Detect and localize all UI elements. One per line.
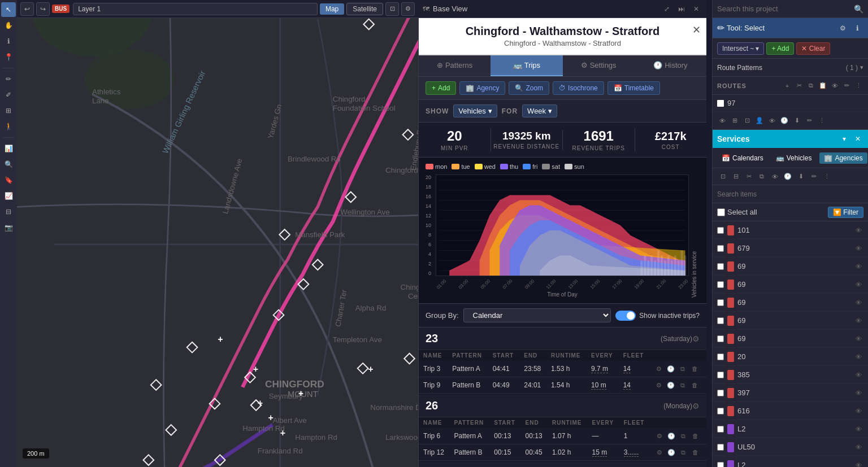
- layers-btn[interactable]: ⊞: [1, 103, 16, 118]
- cal-settings-26-btn[interactable]: ⚙: [692, 401, 700, 411]
- route-edit2-btn[interactable]: ✏: [804, 116, 814, 126]
- route-btn[interactable]: 🚶: [1, 119, 16, 134]
- trip-history-btn[interactable]: 🕐: [666, 364, 676, 374]
- svc-pencil-btn[interactable]: ✏: [808, 171, 819, 182]
- service-visibility-btn[interactable]: 👁: [853, 442, 863, 452]
- svc-copy-btn[interactable]: ⧉: [756, 171, 767, 182]
- svc-clock-btn[interactable]: 🕐: [782, 171, 793, 182]
- route-view-btn[interactable]: 👁: [717, 116, 727, 126]
- route-more2-btn[interactable]: ⋮: [817, 116, 827, 126]
- tab-calendars[interactable]: 📅 Calendars: [717, 152, 768, 164]
- service-visibility-btn[interactable]: 👁: [853, 388, 863, 398]
- search-input[interactable]: [717, 5, 850, 13]
- svc-eye-btn[interactable]: 👁: [769, 171, 780, 182]
- inactive-trips-toggle[interactable]: [615, 311, 636, 321]
- search-icon[interactable]: 🔍: [854, 5, 863, 14]
- route-copy-btn[interactable]: ⧉: [806, 81, 816, 91]
- timetable-btn[interactable]: 📅 Timetable: [607, 81, 660, 95]
- service-checkbox[interactable]: [717, 390, 724, 396]
- edit-btn[interactable]: ✏: [1, 72, 16, 86]
- trip-copy-btn[interactable]: ⧉: [678, 431, 688, 441]
- trip-history-btn[interactable]: 🕐: [666, 380, 676, 390]
- service-visibility-btn[interactable]: 👁: [853, 370, 863, 380]
- service-visibility-btn[interactable]: 👁: [853, 243, 863, 254]
- zoom-btn[interactable]: 🔍 Zoom: [509, 81, 549, 95]
- panel-close-btn[interactable]: ✕: [692, 24, 701, 36]
- chart-btn[interactable]: 📈: [1, 189, 16, 203]
- service-visibility-btn[interactable]: 👁: [853, 280, 863, 290]
- service-checkbox[interactable]: [717, 426, 724, 433]
- svc-download-btn[interactable]: ⬇: [795, 171, 806, 182]
- calendar-header-23[interactable]: 23 (Saturday) ⚙: [419, 328, 706, 350]
- service-checkbox[interactable]: [717, 408, 724, 414]
- tool-info-btn[interactable]: ℹ: [851, 22, 863, 34]
- close-view-btn[interactable]: ✕: [691, 3, 702, 15]
- trip-settings-btn[interactable]: ⚙: [654, 447, 665, 457]
- service-checkbox[interactable]: [717, 372, 724, 378]
- tab-history[interactable]: 🕐 History: [635, 55, 706, 76]
- location-btn[interactable]: 📍: [1, 50, 16, 64]
- service-checkbox[interactable]: [717, 353, 724, 360]
- undo-btn[interactable]: ↩: [20, 2, 34, 16]
- trip-settings-btn[interactable]: ⚙: [654, 380, 664, 390]
- service-checkbox[interactable]: [717, 317, 724, 324]
- tab-vehicles[interactable]: 🚌 Vehicles: [771, 152, 817, 164]
- route-cut-btn[interactable]: ✂: [794, 81, 804, 91]
- calendar-header-44[interactable]: 44 (Weekdays) ⚙: [419, 462, 706, 467]
- map-settings-btn[interactable]: ⚙: [401, 2, 415, 16]
- intersect-dropdown[interactable]: Intersect ~ ▾: [717, 42, 764, 55]
- service-visibility-btn[interactable]: 👁: [853, 298, 863, 308]
- route-more-btn[interactable]: ⋮: [853, 81, 863, 91]
- redo-btn[interactable]: ↪: [36, 2, 50, 16]
- trip-delete-btn[interactable]: 🗑: [690, 447, 700, 457]
- route-layers-btn[interactable]: ⊞: [730, 116, 740, 126]
- service-checkbox[interactable]: [717, 245, 724, 252]
- service-checkbox[interactable]: [717, 281, 724, 288]
- calendar-header-26[interactable]: 26 (Monday) ⚙: [419, 395, 706, 417]
- service-visibility-btn[interactable]: 👁: [853, 334, 863, 344]
- service-visibility-btn[interactable]: 👁: [853, 424, 863, 434]
- trip-settings-btn[interactable]: ⚙: [654, 364, 664, 374]
- expand-view-btn[interactable]: ⤢: [661, 3, 672, 15]
- trip-copy-btn[interactable]: ⧉: [678, 364, 688, 374]
- satellite-view-btn[interactable]: Satellite: [346, 3, 383, 15]
- tab-patterns[interactable]: ⊕ Patterns: [419, 55, 491, 76]
- select-all-checkbox[interactable]: [717, 208, 725, 216]
- agency-btn[interactable]: 🏢 Agency: [459, 81, 505, 95]
- info-btn[interactable]: ℹ: [1, 34, 16, 49]
- isochrone-btn[interactable]: ⏱ Isochrone: [553, 81, 604, 95]
- camera-btn[interactable]: 📷: [1, 220, 16, 235]
- trip-delete-btn[interactable]: 🗑: [689, 380, 700, 390]
- filter-btn[interactable]: 🔽 Filter: [828, 207, 863, 218]
- route-paste-btn[interactable]: 📋: [818, 81, 828, 91]
- tool-settings-btn[interactable]: ⚙: [836, 22, 849, 34]
- service-visibility-btn[interactable]: 👁: [853, 316, 863, 326]
- intersect-clear-btn[interactable]: ✕ Clear: [796, 42, 830, 55]
- route-clock-btn[interactable]: 🕐: [779, 116, 789, 126]
- vehicles-dropdown[interactable]: Vehicles ▾: [453, 104, 497, 117]
- search-map-btn[interactable]: 🔍: [1, 157, 16, 172]
- trip-copy-btn[interactable]: ⧉: [678, 447, 688, 457]
- tab-agencies[interactable]: 🏢 Agencies: [819, 152, 867, 164]
- forward-view-btn[interactable]: ⏭: [676, 3, 687, 15]
- service-checkbox[interactable]: [717, 263, 724, 270]
- service-checkbox[interactable]: [717, 335, 724, 342]
- tab-settings[interactable]: ⚙ Settings: [563, 55, 635, 76]
- intersect-add-btn[interactable]: + Add: [766, 42, 794, 55]
- trip-copy-btn[interactable]: ⧉: [678, 380, 688, 390]
- svc-add-btn[interactable]: ⊡: [717, 171, 728, 182]
- service-visibility-btn[interactable]: 👁: [853, 225, 863, 235]
- route-person-btn[interactable]: 👤: [754, 116, 765, 126]
- monitor-icon-btn[interactable]: ⊡: [385, 2, 399, 16]
- route-eye-btn[interactable]: 👁: [830, 81, 840, 91]
- draw-btn[interactable]: ✐: [1, 88, 16, 102]
- service-checkbox[interactable]: [717, 227, 724, 234]
- trip-delete-btn[interactable]: 🗑: [690, 431, 700, 441]
- service-checkbox[interactable]: [717, 444, 724, 451]
- analytics-btn[interactable]: 📊: [1, 141, 16, 156]
- services-expand-btn[interactable]: ▾: [839, 133, 850, 145]
- select-tool-btn[interactable]: ↖: [1, 2, 16, 17]
- service-visibility-btn[interactable]: 👁: [853, 406, 863, 416]
- route-add-btn[interactable]: +: [782, 81, 792, 91]
- route-download-btn[interactable]: ⬇: [792, 116, 802, 126]
